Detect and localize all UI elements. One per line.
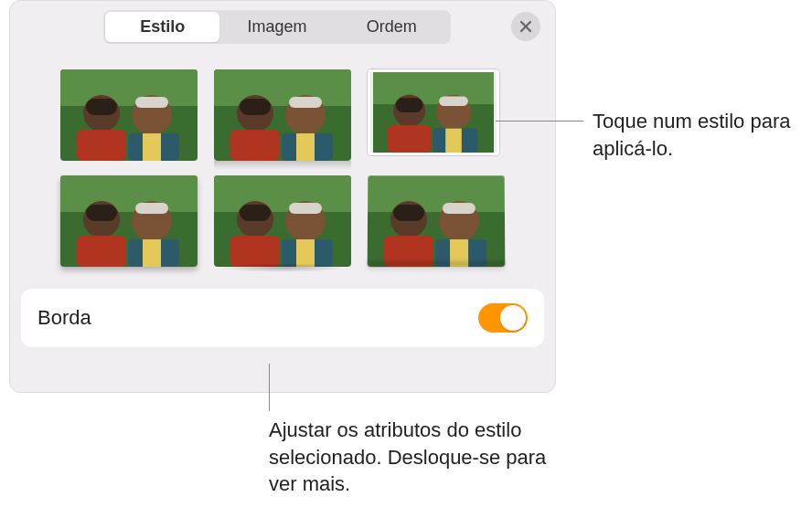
style-option-5[interactable] [214, 175, 351, 267]
styles-grid [10, 49, 555, 283]
style-option-3[interactable] [368, 69, 505, 161]
segmented-control: Estilo Imagem Ordem [103, 10, 451, 44]
tab-image[interactable]: Imagem [219, 12, 334, 42]
tab-style[interactable]: Estilo [105, 12, 219, 42]
close-icon [519, 20, 532, 33]
style-option-1[interactable] [60, 69, 198, 161]
callout-style: Toque num estilo para aplicá-lo. [593, 108, 803, 162]
callout-attributes: Ajustar os atributos do estilo seleciona… [269, 417, 561, 498]
switch-knob [500, 305, 526, 331]
style-option-4[interactable] [60, 175, 198, 267]
format-panel: Estilo Imagem Ordem B [9, 0, 556, 393]
border-toggle[interactable] [478, 303, 528, 333]
style-option-2[interactable] [214, 69, 351, 161]
callout-line [269, 364, 270, 411]
callout-line [496, 121, 583, 122]
style-option-6[interactable] [368, 175, 506, 267]
border-label: Borda [37, 306, 91, 330]
tab-order[interactable]: Ordem [335, 12, 449, 42]
border-section: Borda [21, 289, 544, 347]
close-button[interactable] [511, 12, 540, 41]
tabbar: Estilo Imagem Ordem [10, 1, 555, 49]
